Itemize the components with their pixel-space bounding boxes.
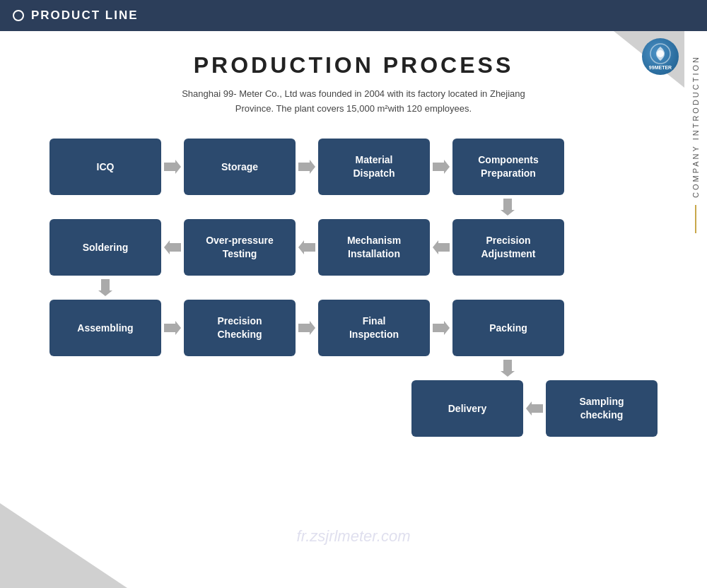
arrow-mechanism-precision <box>430 240 452 254</box>
header-title: PRODUCT LINE <box>31 8 139 23</box>
svg-marker-11 <box>164 321 181 335</box>
arrow-storage-dispatch <box>296 160 318 174</box>
down-arrow-1 <box>49 197 658 217</box>
svg-marker-4 <box>298 160 315 174</box>
svg-marker-8 <box>298 240 315 254</box>
process-box-mechanism-installation: MechanismInstallation <box>318 219 430 276</box>
svg-marker-15 <box>526 401 543 416</box>
process-flow: ICQ Storage MaterialDispatch ComponentsP… <box>49 136 658 439</box>
svg-marker-3 <box>164 160 181 174</box>
process-row-2: Soldering Over-pressureTesting Mechanism… <box>49 217 658 278</box>
page-subtitle: Shanghai 99- Meter Co., Ltd was founded … <box>28 87 679 117</box>
process-box-final-inspection: FinalInspection <box>318 300 430 356</box>
header-circle-icon <box>13 10 24 21</box>
process-box-precision-adjustment: PrecisionAdjustment <box>452 219 564 276</box>
process-row-3: Assembling PrecisionChecking FinalInspec… <box>49 298 658 358</box>
svg-marker-6 <box>501 199 515 216</box>
svg-marker-14 <box>501 360 515 377</box>
process-box-precision-checking: PrecisionChecking <box>184 300 296 356</box>
svg-marker-13 <box>433 321 450 335</box>
svg-marker-9 <box>433 240 450 254</box>
arrow-dispatch-components <box>430 160 452 174</box>
down-arrow-icon-3 <box>501 360 515 377</box>
main-content: PRODUCTION PROCESS Shanghai 99- Meter Co… <box>0 31 707 453</box>
watermark: fr.zsjrlmeter.com <box>297 527 411 546</box>
process-box-assembling: Assembling <box>49 300 161 356</box>
process-box-soldering: Soldering <box>49 219 161 276</box>
down-arrow-3 <box>49 358 658 378</box>
process-box-packing: Packing <box>452 300 564 356</box>
process-box-delivery: Delivery <box>411 380 523 437</box>
process-box-material-dispatch: MaterialDispatch <box>318 139 430 195</box>
down-arrow-icon-1 <box>501 199 515 216</box>
process-box-storage: Storage <box>184 139 296 195</box>
process-row-4: Delivery Samplingchecking <box>49 378 658 439</box>
process-box-overpressure: Over-pressureTesting <box>184 219 296 276</box>
arrow-icq-storage <box>161 160 184 174</box>
svg-marker-12 <box>298 321 315 335</box>
arrow-soldering-overpressure <box>161 240 184 254</box>
down-arrow-icon-2 <box>98 279 112 296</box>
bottom-left-decoration <box>0 503 127 588</box>
svg-marker-7 <box>164 240 181 254</box>
svg-marker-5 <box>433 160 450 174</box>
process-box-sampling-checking: Samplingchecking <box>546 380 658 437</box>
arrow-assembling-precision-checking <box>161 321 184 335</box>
header-bar: PRODUCT LINE <box>0 0 707 31</box>
arrow-overpressure-mechanism <box>296 240 318 254</box>
process-box-icq: ICQ <box>49 139 161 195</box>
arrow-final-packing <box>430 321 452 335</box>
arrow-precision-checking-final <box>296 321 318 335</box>
process-row-1: ICQ Storage MaterialDispatch ComponentsP… <box>49 136 658 197</box>
arrow-sampling-delivery <box>523 401 546 416</box>
page-title: PRODUCTION PROCESS <box>28 52 679 78</box>
svg-marker-10 <box>98 279 112 296</box>
down-arrow-2 <box>49 278 658 298</box>
process-box-components-preparation: ComponentsPreparation <box>452 139 564 195</box>
